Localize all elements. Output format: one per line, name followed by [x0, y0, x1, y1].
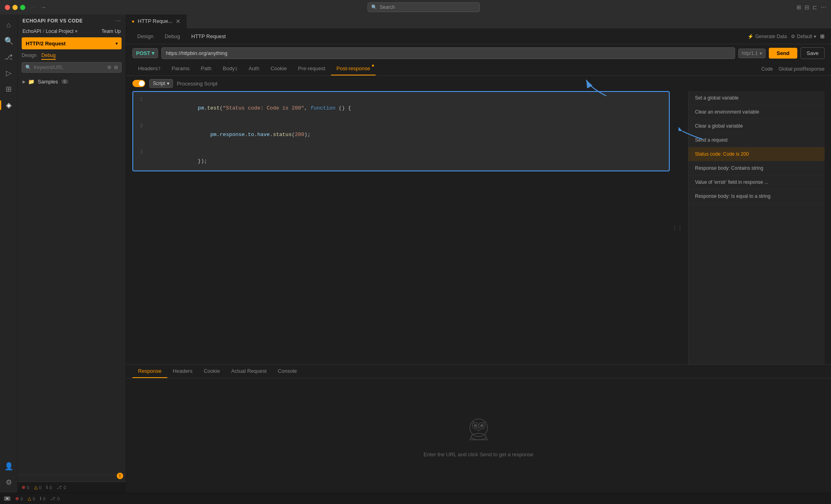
snippet-item-set-global[interactable]: Set a global variable	[689, 91, 825, 105]
filter-icon[interactable]: ⊞	[114, 65, 118, 70]
req-tab-cookie[interactable]: Cookie	[265, 62, 292, 75]
global-postresponse-btn[interactable]: Global postResponse	[778, 66, 825, 72]
status-warning: △ 0	[28, 496, 35, 501]
breadcrumb-team-up[interactable]: Team Up	[102, 28, 121, 34]
nav-btn-debug[interactable]: Debug	[160, 32, 185, 41]
activity-settings[interactable]: ⚙	[2, 475, 16, 490]
code-btn[interactable]: Code	[762, 66, 773, 72]
activity-api[interactable]: ◈	[2, 98, 16, 112]
port-icon: ⎇	[50, 496, 55, 501]
method-select[interactable]: POST ▾	[132, 48, 158, 58]
sidebar-search-box[interactable]: 🔍 ⚙ ⊞	[22, 62, 122, 73]
status-bar: ✕ ⊗ 0 △ 0 ℹ 0 ⎇ 0	[0, 493, 831, 504]
req-tab-body[interactable]: Body1	[217, 62, 243, 75]
snippet-item-clear-global[interactable]: Clear a global variable	[689, 119, 825, 133]
script-processing-label: Processing Script	[177, 81, 217, 87]
expand-icon[interactable]: ⊞	[820, 33, 825, 39]
top-nav-right: ⚡ Generate Data ⚙ Default ▾ ⊞	[748, 33, 825, 39]
sidebar-search-input[interactable]	[34, 65, 105, 70]
nav-btn-http[interactable]: HTTP Request	[187, 32, 231, 41]
req-tab-postresponse[interactable]: Post-response	[331, 62, 376, 75]
layout-icon[interactable]: ⊞	[796, 4, 801, 10]
req-tab-params[interactable]: Params	[166, 62, 195, 75]
minimize-button[interactable]	[12, 5, 18, 10]
url-input[interactable]	[161, 47, 735, 59]
sidebar-content: ▶ 📁 Samples 5	[18, 76, 126, 277]
send-button[interactable]: Send	[769, 48, 798, 59]
resp-tab-actual-request[interactable]: Actual Request	[226, 365, 272, 378]
api-icon: ◈	[6, 101, 12, 110]
panel-icon[interactable]: ⊟	[805, 4, 809, 10]
script-toggle[interactable]	[132, 80, 145, 87]
maximize-button[interactable]	[20, 5, 25, 10]
resp-tab-response[interactable]: Response	[132, 365, 167, 378]
branch-icon: ⎇	[4, 53, 13, 61]
title-bar-center: 🔍 Search	[54, 2, 793, 12]
tab-http-request[interactable]: ● HTTP Reque... ✕	[126, 14, 187, 28]
drag-handle[interactable]: ⋮⋮	[670, 91, 685, 364]
user-icon: 👤	[4, 462, 13, 471]
response-hint: Enter the URL and click Send to get a re…	[423, 451, 533, 457]
tree-item-samples[interactable]: ▶ 📁 Samples 5	[18, 77, 126, 86]
info-icon: ℹ	[46, 485, 48, 490]
info-icon: ℹ	[40, 496, 41, 501]
main-container: ⌂ 🔍 ⎇ ▷ ⊞ ◈ 👤 ⚙ ECHOAPI FOR VS CODE ⋯	[0, 14, 831, 493]
snippet-item-clear-env[interactable]: Clear an environment variable	[689, 105, 825, 119]
settings-icon[interactable]: ⚙	[107, 65, 112, 70]
snippet-item-errstr-field[interactable]: Value of 'errstr' field in response ...	[689, 175, 825, 189]
script-type-button[interactable]: Script ▾	[149, 79, 173, 88]
snippet-item-send-request[interactable]: Send a request	[689, 133, 825, 147]
sidebar-tab-design[interactable]: Design	[22, 53, 37, 60]
resp-tab-console[interactable]: Console	[272, 365, 303, 378]
resp-tab-headers[interactable]: Headers	[167, 365, 198, 378]
status-warning-count: △ 0	[34, 485, 41, 490]
activity-extensions[interactable]: ⊞	[2, 82, 16, 96]
activity-home[interactable]: ⌂	[2, 18, 16, 32]
nav-arrows: ← →	[28, 3, 48, 12]
activity-user[interactable]: 👤	[2, 459, 16, 474]
sidebar-tab-debug[interactable]: Debug	[41, 53, 55, 60]
global-search-bar[interactable]: 🔍 Search	[368, 2, 480, 12]
tab-icon: ●	[132, 18, 134, 24]
notification-badge: !	[117, 473, 123, 479]
default-label: Default	[797, 34, 812, 39]
sidebar-icon[interactable]: ⊏	[813, 4, 817, 10]
nav-btn-design[interactable]: Design	[132, 32, 158, 41]
forward-arrow[interactable]: →	[39, 3, 48, 12]
req-tab-path[interactable]: Path	[195, 62, 217, 75]
folder-icon: 📁	[28, 79, 35, 85]
tab-close-icon[interactable]: ✕	[176, 18, 181, 24]
request-tabs-left: Headers7 Params Path Body1 Auth Cookie P…	[132, 62, 376, 75]
resp-tab-cookie[interactable]: Cookie	[198, 365, 226, 378]
req-tab-headers[interactable]: Headers7	[132, 62, 166, 75]
activity-bar: ⌂ 🔍 ⎇ ▷ ⊞ ◈ 👤 ⚙	[0, 14, 18, 493]
snippet-item-status-200[interactable]: Status code: Code is 200	[689, 147, 825, 161]
code-editor[interactable]: 1 pm.test("Status code: Code is 200", fu…	[132, 91, 670, 171]
breadcrumb-local-project[interactable]: Local Project	[46, 28, 73, 34]
chevron-down-icon: ▾	[75, 28, 77, 34]
more-icon[interactable]: ⋯	[821, 4, 826, 10]
activity-run[interactable]: ▷	[2, 66, 16, 80]
req-tab-auth[interactable]: Auth	[243, 62, 265, 75]
more-options-icon[interactable]: ⋯	[116, 18, 121, 24]
generate-data-button[interactable]: ⚡ Generate Data	[748, 34, 787, 39]
sidebar-bottom: !	[18, 475, 126, 482]
req-tab-prerequest[interactable]: Pre-request	[293, 62, 331, 75]
default-dropdown[interactable]: ⚙ Default ▾	[791, 34, 816, 39]
code-line-3: 3 });	[133, 148, 669, 171]
save-button[interactable]: Save	[801, 47, 825, 59]
snippet-item-body-equal[interactable]: Response body: Is equal to a string	[689, 189, 825, 203]
close-button[interactable]	[5, 5, 10, 10]
snippet-item-body-contains[interactable]: Response body: Contains string	[689, 161, 825, 175]
settings-icon: ⚙	[6, 478, 12, 487]
back-arrow[interactable]: ←	[28, 3, 37, 12]
status-error: ⊗ 0	[15, 496, 23, 501]
activity-search[interactable]: 🔍	[2, 34, 16, 48]
status-info: ℹ 0	[40, 496, 45, 501]
status-port: ⎇ 0	[50, 496, 59, 501]
breadcrumb-echoapi[interactable]: EchoAPI	[22, 28, 41, 34]
activity-branch[interactable]: ⎇	[2, 50, 16, 64]
new-request-button[interactable]: HTTP/2 Request ▾	[22, 37, 122, 49]
warning-icon: △	[28, 496, 31, 501]
protocol-select[interactable]: http/1.1 ▾	[738, 49, 766, 58]
